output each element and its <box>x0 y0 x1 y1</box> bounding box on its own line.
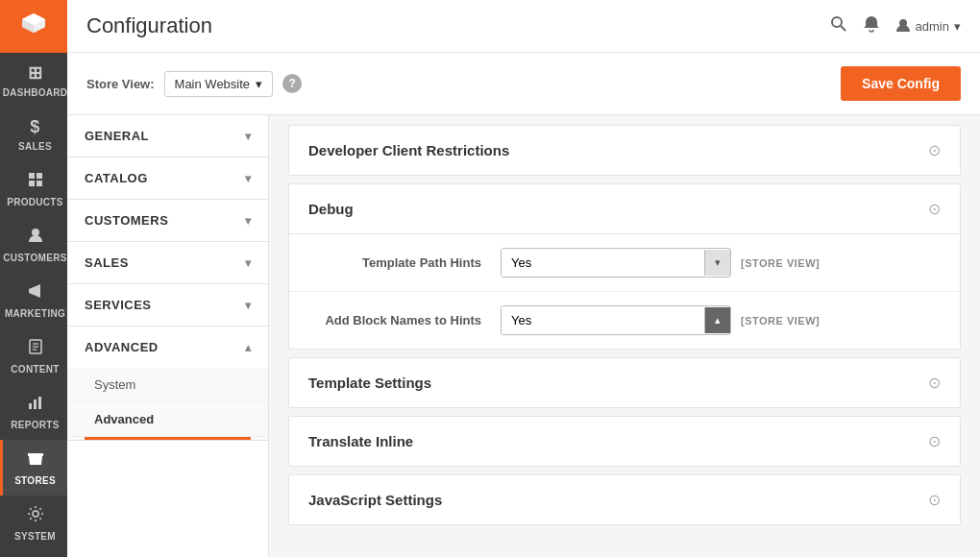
svg-rect-11 <box>38 397 41 409</box>
config-section-translate-inline: Translate Inline ⊙ <box>288 416 961 467</box>
sidebar-item-sales[interactable]: $ SALES <box>0 108 67 161</box>
sidebar-item-label: STORES <box>14 475 56 486</box>
svg-point-13 <box>33 511 38 517</box>
template-path-hints-select[interactable]: Yes No <box>502 249 704 277</box>
store-view-row: Store View: Main Website ▾ ? <box>86 71 302 97</box>
sidebar-item-stores[interactable]: STORES <box>0 440 67 496</box>
sidebar-item-reports[interactable]: REPORTS <box>0 384 67 440</box>
select-dropdown-btn[interactable]: ▾ <box>704 250 730 276</box>
nav-section-header-sales[interactable]: SALES ▾ <box>67 242 268 283</box>
sub-header: Store View: Main Website ▾ ? Save Config <box>67 53 980 115</box>
sidebar: ⊞ DASHBOARD $ SALES PRODUCTS CUSTOMERS M… <box>0 0 67 557</box>
config-section-header-developer[interactable]: Developer Client Restrictions ⊙ <box>289 126 960 175</box>
chevron-up-icon: ▴ <box>245 341 252 354</box>
store-view-value: Main Website <box>175 77 251 91</box>
select-dropdown-btn-active[interactable]: ▴ <box>704 307 730 333</box>
system-icon <box>27 505 44 527</box>
sidebar-item-marketing[interactable]: MARKETING <box>0 273 67 328</box>
config-section-header-template[interactable]: Template Settings ⊙ <box>289 358 960 407</box>
config-section-title-developer: Developer Client Restrictions <box>308 142 509 158</box>
config-section-header-translate[interactable]: Translate Inline ⊙ <box>289 417 960 466</box>
chevron-down-icon: ▾ <box>245 130 252 143</box>
sidebar-item-system[interactable]: SYSTEM <box>0 496 67 551</box>
sidebar-item-label: PRODUCTS <box>7 197 63 207</box>
nav-section-header-advanced[interactable]: ADVANCED ▴ <box>67 327 268 368</box>
config-section-debug: Debug ⊙ Template Path Hints Yes No <box>288 183 961 350</box>
sidebar-item-dashboard[interactable]: ⊞ DASHBOARD <box>0 53 67 108</box>
svg-rect-2 <box>29 181 35 186</box>
nav-sub-item-advanced[interactable]: Advanced <box>67 402 268 437</box>
notifications-icon[interactable] <box>863 15 880 37</box>
nav-section-services: SERVICES ▾ <box>67 284 268 327</box>
search-icon[interactable] <box>830 15 847 37</box>
left-nav: GENERAL ▾ CATALOG ▾ CUSTOMERS ▾ SALES <box>67 115 269 557</box>
content-icon <box>27 338 44 360</box>
svg-rect-3 <box>37 181 42 186</box>
admin-user[interactable]: admin ▾ <box>895 18 961 34</box>
chevron-down-icon: ▾ <box>245 256 252 270</box>
nav-section-header-general[interactable]: GENERAL ▾ <box>67 115 268 157</box>
sidebar-item-label: DASHBOARD <box>3 87 67 98</box>
svg-point-14 <box>832 17 842 27</box>
customers-icon <box>27 227 44 249</box>
page-title: Configuration <box>86 13 212 38</box>
sidebar-item-label: CONTENT <box>11 364 59 375</box>
template-path-hints-select-wrap: Yes No ▾ <box>501 248 731 278</box>
svg-rect-0 <box>29 173 35 179</box>
sidebar-item-content[interactable]: CONTENT <box>0 328 67 384</box>
sidebar-item-label: MARKETING <box>5 308 65 319</box>
store-view-badge-2: [STORE VIEW] <box>741 315 820 327</box>
expand-icon-4: ⊙ <box>928 491 941 509</box>
admin-dropdown-icon: ▾ <box>954 19 961 34</box>
nav-section-advanced: ADVANCED ▴ System Advanced <box>67 327 268 441</box>
sidebar-logo <box>0 0 67 53</box>
nav-section-label-services: SERVICES <box>85 298 152 312</box>
add-block-names-control: Yes No ▴ [STORE VIEW] <box>501 305 941 335</box>
config-section-header-debug[interactable]: Debug ⊙ <box>289 184 960 234</box>
nav-section-body-advanced: System Advanced <box>67 368 268 440</box>
help-icon[interactable]: ? <box>282 74 302 93</box>
nav-section-label-sales: SALES <box>85 255 129 270</box>
config-section-template-settings: Template Settings ⊙ <box>288 357 961 408</box>
marketing-icon <box>27 282 44 304</box>
add-block-names-select[interactable]: Yes No <box>502 306 704 334</box>
nav-section-customers: CUSTOMERS ▾ <box>67 200 268 242</box>
sidebar-item-label: CUSTOMERS <box>3 253 66 263</box>
svg-point-4 <box>32 229 39 236</box>
expand-icon: ⊙ <box>928 141 941 159</box>
config-section-title-debug: Debug <box>308 201 354 217</box>
config-row-add-block-names: Add Block Names to Hints Yes No ▴ [STORE… <box>289 292 960 349</box>
add-block-names-label: Add Block Names to Hints <box>308 313 481 327</box>
config-section-header-javascript[interactable]: JavaScript Settings ⊙ <box>289 475 960 524</box>
nav-section-header-services[interactable]: SERVICES ▾ <box>67 284 268 326</box>
nav-section-label-advanced: ADVANCED <box>85 340 159 354</box>
store-view-select[interactable]: Main Website ▾ <box>164 71 274 97</box>
sidebar-item-products[interactable]: PRODUCTS <box>0 161 67 217</box>
sidebar-item-label: SYSTEM <box>14 531 56 542</box>
expand-icon-2: ⊙ <box>928 374 941 392</box>
config-section-developer-client-restrictions: Developer Client Restrictions ⊙ <box>288 125 961 176</box>
sidebar-item-label: REPORTS <box>11 420 59 430</box>
config-section-javascript-settings: JavaScript Settings ⊙ <box>288 474 961 525</box>
svg-rect-1 <box>37 173 42 179</box>
store-view-label: Store View: <box>86 77 155 91</box>
config-row-template-path-hints: Template Path Hints Yes No ▾ [STORE VIEW… <box>289 234 960 292</box>
save-config-button[interactable]: Save Config <box>841 66 961 101</box>
top-header: Configuration admin ▾ <box>67 0 980 53</box>
config-section-title-translate: Translate Inline <box>308 433 413 449</box>
chevron-down-icon: ▾ <box>245 214 252 228</box>
nav-section-header-catalog[interactable]: CATALOG ▾ <box>67 157 268 199</box>
collapse-icon: ⊙ <box>928 200 941 218</box>
nav-section-header-customers[interactable]: CUSTOMERS ▾ <box>67 200 268 241</box>
template-path-hints-control: Yes No ▾ [STORE VIEW] <box>501 248 941 278</box>
svg-rect-10 <box>34 400 37 409</box>
svg-rect-12 <box>34 459 37 465</box>
nav-section-catalog: CATALOG ▾ <box>67 157 268 200</box>
store-view-badge: [STORE VIEW] <box>741 257 820 269</box>
expand-icon-3: ⊙ <box>928 432 941 450</box>
nav-section-general: GENERAL ▾ <box>67 115 268 157</box>
sidebar-item-customers[interactable]: CUSTOMERS <box>0 217 67 273</box>
nav-sub-item-system[interactable]: System <box>67 368 268 402</box>
config-section-title-template: Template Settings <box>308 375 431 391</box>
stores-icon <box>27 449 44 472</box>
